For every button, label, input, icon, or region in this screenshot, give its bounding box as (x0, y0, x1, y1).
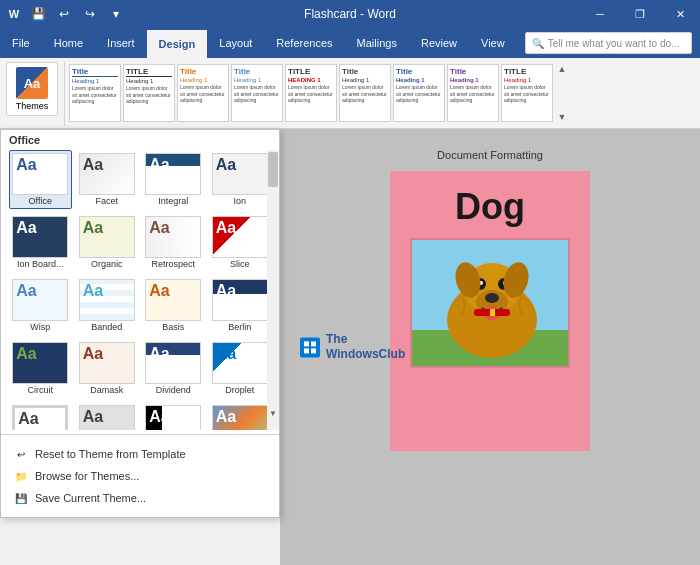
theme-name-damask: Damask (90, 385, 123, 395)
tab-design[interactable]: Design (147, 28, 208, 58)
scrollbar-track[interactable]: ▼ (267, 150, 279, 430)
tab-references[interactable]: References (264, 28, 344, 58)
tab-review[interactable]: Review (409, 28, 469, 58)
search-icon: 🔍 (532, 38, 544, 49)
theme-item-basis[interactable]: Aa Basis (142, 276, 205, 335)
theme-thumb-dividend: Aa (145, 342, 201, 384)
scrollbar-down-arrow[interactable]: ▼ (268, 408, 278, 418)
redo-qat-button[interactable]: ↪ (79, 3, 101, 25)
theme-aa-gallery: Aa (83, 409, 103, 425)
tab-insert[interactable]: Insert (95, 28, 147, 58)
theme-item-retrospect[interactable]: Aa Retrospect (142, 213, 205, 272)
dropdown-scroll[interactable]: Aa Office Aa Facet Aa (1, 150, 279, 430)
save-qat-button[interactable]: 💾 (27, 3, 49, 25)
theme-thumb-retrospect: Aa (145, 216, 201, 258)
theme-item-damask[interactable]: Aa Damask (76, 339, 139, 398)
undo-qat-button[interactable]: ↩ (53, 3, 75, 25)
save-theme-label: Save Current Theme... (35, 492, 146, 504)
theme-name-organic: Organic (91, 259, 123, 269)
theme-aa-facet: Aa (83, 157, 103, 173)
tab-view[interactable]: View (469, 28, 517, 58)
windows-club-watermark: The WindowsClub (300, 332, 405, 363)
restore-button[interactable]: ❐ (620, 0, 660, 28)
theme-thumb-droplet: Aa (212, 342, 268, 384)
theme-name-integral: Integral (158, 196, 188, 206)
ribbon-theme-5[interactable]: TITLE HEADING 1 Lorem ipsum dolor sit am… (285, 64, 337, 122)
theme-item-slice[interactable]: Aa Slice (209, 213, 272, 272)
close-button[interactable]: ✕ (660, 0, 700, 28)
ribbon-theme-9[interactable]: TITLE Heading 1 Lorem ipsum dolor sit am… (501, 64, 553, 122)
themes-dropdown: Office Aa Office Aa (0, 129, 280, 518)
ribbon-theme-6[interactable]: Title Heading 1 Lorem ipsum dolor sit am… (339, 64, 391, 122)
theme-item-mesh[interactable]: Aa Mesh (209, 402, 272, 430)
theme-name-basis: Basis (162, 322, 184, 332)
ribbon-theme-7[interactable]: Title Heading 1 Lorem ipsum dolor sit am… (393, 64, 445, 122)
tab-layout[interactable]: Layout (207, 28, 264, 58)
theme-item-integral[interactable]: Aa Integral (142, 150, 205, 209)
ribbon: File Home Insert Design Layout Reference… (0, 28, 700, 129)
theme-name-facet: Facet (95, 196, 118, 206)
tab-home[interactable]: Home (42, 28, 95, 58)
tab-mailings[interactable]: Mailings (345, 28, 409, 58)
theme-aa-integral: Aa (149, 157, 169, 173)
ribbon-theme-4[interactable]: Title Heading 1 Lorem ipsum dolor sit am… (231, 64, 283, 122)
theme-aa-retrospect: Aa (149, 220, 169, 236)
theme-name-ion: Ion (233, 196, 246, 206)
theme-item-mainevent[interactable]: Aa Main Event (142, 402, 205, 430)
themes-group: Aa Themes (6, 62, 65, 126)
theme-aa-basis: Aa (149, 283, 169, 299)
theme-item-wisp[interactable]: Aa Wisp (9, 276, 72, 335)
ribbon-theme-8[interactable]: Title Heading 1 Lorem ipsum dolor sit am… (447, 64, 499, 122)
theme-item-office[interactable]: Aa Office (9, 150, 72, 209)
reset-label: Reset to Theme from Template (35, 448, 186, 460)
theme-item-gallery[interactable]: Aa Gallery (76, 402, 139, 430)
theme-item-frame[interactable]: Aa Frame (9, 402, 72, 430)
ribbon-theme-3[interactable]: Title Heading 1 Lorem ipsum dolor sit am… (177, 64, 229, 122)
svg-point-9 (485, 293, 499, 303)
document-page: Dog (390, 171, 590, 451)
svg-rect-1 (311, 342, 316, 347)
theme-thumb-banded: Aa (79, 279, 135, 321)
theme-grid: Aa Office Aa Facet Aa (9, 150, 271, 430)
minimize-button[interactable]: ─ (580, 0, 620, 28)
theme-thumb-berlin: Aa (212, 279, 268, 321)
scrollbar-thumb[interactable] (268, 152, 278, 187)
theme-thumb-facet: Aa (79, 153, 135, 195)
theme-name-berlin: Berlin (228, 322, 251, 332)
theme-item-ion[interactable]: Aa Ion (209, 150, 272, 209)
theme-name-office: Office (29, 196, 52, 206)
tab-file[interactable]: File (0, 28, 42, 58)
dropdown-footer: ↩ Reset to Theme from Template 📁 Browse … (1, 439, 279, 517)
document-formatting-label: Document Formatting (300, 149, 680, 161)
theme-aa-droplet: Aa (216, 346, 236, 362)
theme-aa-slice: Aa (216, 220, 236, 236)
save-theme-action[interactable]: 💾 Save Current Theme... (9, 487, 271, 509)
theme-item-dividend[interactable]: Aa Dividend (142, 339, 205, 398)
themes-button[interactable]: Aa Themes (6, 62, 58, 116)
save-theme-icon: 💾 (13, 490, 29, 506)
ribbon-theme-2[interactable]: TITLE Heading 1 Lorem ipsum dolor sit am… (123, 64, 175, 122)
theme-item-ionboard[interactable]: Aa Ion Board... (9, 213, 72, 272)
theme-item-organic[interactable]: Aa Organic (76, 213, 139, 272)
ribbon-scroll-up[interactable]: ▲ ▼ (555, 64, 569, 122)
ribbon-content: Aa Themes Title Heading 1 Lorem ipsum do… (0, 58, 700, 128)
theme-item-banded[interactable]: Aa Banded (76, 276, 139, 335)
ribbon-theme-1[interactable]: Title Heading 1 Lorem ipsum dolor sit am… (69, 64, 121, 122)
browse-themes-action[interactable]: 📁 Browse for Themes... (9, 465, 271, 487)
window-title: Flashcard - Word (304, 7, 396, 21)
theme-item-circuit[interactable]: Aa Circuit (9, 339, 72, 398)
word-icon: W (5, 5, 23, 23)
theme-thumb-gallery: Aa (79, 405, 135, 430)
svg-rect-2 (304, 349, 309, 354)
theme-name-dividend: Dividend (156, 385, 191, 395)
tell-me-bar[interactable]: 🔍 Tell me what you want to do... (525, 32, 692, 54)
reset-theme-action[interactable]: ↩ Reset to Theme from Template (9, 443, 271, 465)
theme-item-facet[interactable]: Aa Facet (76, 150, 139, 209)
theme-thumb-office: Aa (12, 153, 68, 195)
theme-name-wisp: Wisp (30, 322, 50, 332)
theme-item-berlin[interactable]: Aa Berlin (209, 276, 272, 335)
theme-thumb-mesh: Aa (212, 405, 268, 430)
customize-qat-button[interactable]: ▾ (105, 3, 127, 25)
theme-item-droplet[interactable]: Aa Droplet (209, 339, 272, 398)
main-area: Office Aa Office Aa (0, 129, 700, 565)
